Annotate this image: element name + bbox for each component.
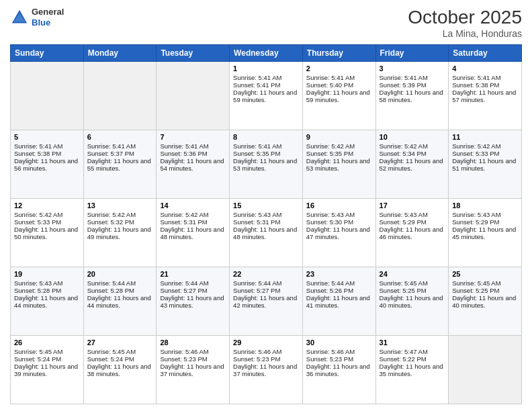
daylight-text: Daylight: 11 hours and 43 minutes. bbox=[160, 294, 226, 309]
calendar-cell: 28Sunrise: 5:46 AMSunset: 5:23 PMDayligh… bbox=[157, 336, 230, 404]
sunrise-text: Sunrise: 5:41 AM bbox=[233, 142, 299, 150]
day-number: 25 bbox=[452, 270, 518, 278]
sunrise-text: Sunrise: 5:42 AM bbox=[306, 142, 372, 150]
day-header-saturday: Saturday bbox=[449, 45, 522, 62]
sunset-text: Sunset: 5:24 PM bbox=[87, 355, 153, 363]
daylight-text: Daylight: 11 hours and 49 minutes. bbox=[87, 226, 153, 240]
day-number: 11 bbox=[452, 133, 518, 141]
day-number: 13 bbox=[87, 201, 153, 210]
calendar-cell: 24Sunrise: 5:45 AMSunset: 5:25 PMDayligh… bbox=[375, 267, 449, 336]
calendar-cell: 1Sunrise: 5:41 AMSunset: 5:41 PMDaylight… bbox=[230, 62, 303, 130]
calendar-cell bbox=[449, 336, 522, 404]
daylight-text: Daylight: 11 hours and 37 minutes. bbox=[233, 363, 299, 377]
daylight-text: Daylight: 11 hours and 35 minutes. bbox=[380, 363, 445, 377]
sunrise-text: Sunrise: 5:43 AM bbox=[380, 211, 445, 218]
sunrise-text: Sunrise: 5:42 AM bbox=[14, 211, 80, 218]
sunset-text: Sunset: 5:35 PM bbox=[233, 150, 299, 157]
calendar-cell: 3Sunrise: 5:41 AMSunset: 5:39 PMDaylight… bbox=[375, 62, 449, 130]
day-number: 2 bbox=[306, 64, 372, 73]
week-row-1: 1Sunrise: 5:41 AMSunset: 5:41 PMDaylight… bbox=[11, 62, 522, 130]
location-subtitle: La Mina, Honduras bbox=[408, 28, 522, 39]
calendar-cell: 4Sunrise: 5:41 AMSunset: 5:38 PMDaylight… bbox=[449, 62, 522, 130]
logo-icon bbox=[10, 8, 29, 27]
calendar-cell: 14Sunrise: 5:42 AMSunset: 5:31 PMDayligh… bbox=[157, 199, 230, 267]
day-number: 7 bbox=[160, 133, 226, 141]
calendar-cell: 2Sunrise: 5:41 AMSunset: 5:40 PMDaylight… bbox=[302, 62, 375, 130]
week-row-2: 5Sunrise: 5:41 AMSunset: 5:38 PMDaylight… bbox=[11, 130, 522, 199]
sunrise-text: Sunrise: 5:41 AM bbox=[380, 74, 445, 81]
day-header-tuesday: Tuesday bbox=[157, 45, 230, 62]
sunset-text: Sunset: 5:22 PM bbox=[380, 355, 445, 363]
day-number: 19 bbox=[14, 270, 80, 278]
header-row: SundayMondayTuesdayWednesdayThursdayFrid… bbox=[11, 45, 522, 62]
sunrise-text: Sunrise: 5:45 AM bbox=[380, 279, 445, 287]
calendar-cell bbox=[83, 62, 157, 130]
header: General Blue October 2025 La Mina, Hondu… bbox=[10, 7, 522, 39]
day-header-sunday: Sunday bbox=[11, 45, 84, 62]
sunrise-text: Sunrise: 5:46 AM bbox=[233, 348, 299, 355]
day-number: 31 bbox=[380, 338, 445, 347]
sunrise-text: Sunrise: 5:44 AM bbox=[87, 279, 153, 287]
calendar-cell: 8Sunrise: 5:41 AMSunset: 5:35 PMDaylight… bbox=[230, 130, 303, 199]
calendar-cell: 17Sunrise: 5:43 AMSunset: 5:29 PMDayligh… bbox=[375, 199, 449, 267]
day-number: 28 bbox=[160, 338, 226, 347]
day-number: 10 bbox=[380, 133, 445, 141]
daylight-text: Daylight: 11 hours and 54 minutes. bbox=[160, 157, 226, 172]
daylight-text: Daylight: 11 hours and 40 minutes. bbox=[380, 294, 445, 309]
sunrise-text: Sunrise: 5:45 AM bbox=[452, 279, 518, 287]
daylight-text: Daylight: 11 hours and 46 minutes. bbox=[380, 226, 445, 240]
day-number: 4 bbox=[452, 64, 518, 73]
daylight-text: Daylight: 11 hours and 53 minutes. bbox=[306, 157, 372, 172]
week-row-3: 12Sunrise: 5:42 AMSunset: 5:33 PMDayligh… bbox=[11, 199, 522, 267]
sunset-text: Sunset: 5:37 PM bbox=[87, 150, 153, 157]
day-number: 20 bbox=[87, 270, 153, 278]
sunrise-text: Sunrise: 5:44 AM bbox=[233, 279, 299, 287]
page: General Blue October 2025 La Mina, Hondu… bbox=[0, 0, 532, 411]
sunrise-text: Sunrise: 5:44 AM bbox=[160, 279, 226, 287]
sunrise-text: Sunrise: 5:45 AM bbox=[14, 348, 80, 355]
sunset-text: Sunset: 5:29 PM bbox=[452, 218, 518, 226]
day-header-monday: Monday bbox=[83, 45, 157, 62]
calendar-cell: 19Sunrise: 5:43 AMSunset: 5:28 PMDayligh… bbox=[11, 267, 84, 336]
day-number: 21 bbox=[160, 270, 226, 278]
sunrise-text: Sunrise: 5:47 AM bbox=[380, 348, 445, 355]
daylight-text: Daylight: 11 hours and 40 minutes. bbox=[452, 294, 518, 309]
sunrise-text: Sunrise: 5:42 AM bbox=[87, 211, 153, 218]
daylight-text: Daylight: 11 hours and 44 minutes. bbox=[14, 294, 80, 309]
daylight-text: Daylight: 11 hours and 50 minutes. bbox=[14, 226, 80, 240]
day-number: 22 bbox=[233, 270, 299, 278]
calendar-cell: 31Sunrise: 5:47 AMSunset: 5:22 PMDayligh… bbox=[375, 336, 449, 404]
day-number: 16 bbox=[306, 201, 372, 210]
sunset-text: Sunset: 5:33 PM bbox=[452, 150, 518, 157]
calendar-cell: 6Sunrise: 5:41 AMSunset: 5:37 PMDaylight… bbox=[83, 130, 157, 199]
sunset-text: Sunset: 5:28 PM bbox=[14, 287, 80, 294]
calendar-cell: 21Sunrise: 5:44 AMSunset: 5:27 PMDayligh… bbox=[157, 267, 230, 336]
week-row-4: 19Sunrise: 5:43 AMSunset: 5:28 PMDayligh… bbox=[11, 267, 522, 336]
day-number: 17 bbox=[380, 201, 445, 210]
daylight-text: Daylight: 11 hours and 52 minutes. bbox=[380, 157, 445, 172]
daylight-text: Daylight: 11 hours and 51 minutes. bbox=[452, 157, 518, 172]
sunset-text: Sunset: 5:27 PM bbox=[233, 287, 299, 294]
sunrise-text: Sunrise: 5:46 AM bbox=[160, 348, 226, 355]
day-number: 9 bbox=[306, 133, 372, 141]
logo-general: General bbox=[32, 7, 64, 17]
daylight-text: Daylight: 11 hours and 39 minutes. bbox=[14, 363, 80, 377]
calendar-cell: 7Sunrise: 5:41 AMSunset: 5:36 PMDaylight… bbox=[157, 130, 230, 199]
day-number: 26 bbox=[14, 338, 80, 347]
sunset-text: Sunset: 5:24 PM bbox=[14, 355, 80, 363]
daylight-text: Daylight: 11 hours and 37 minutes. bbox=[160, 363, 226, 377]
day-number: 1 bbox=[233, 64, 299, 73]
sunrise-text: Sunrise: 5:41 AM bbox=[87, 142, 153, 150]
sunrise-text: Sunrise: 5:41 AM bbox=[14, 142, 80, 150]
month-title: October 2025 bbox=[408, 7, 522, 28]
day-number: 23 bbox=[306, 270, 372, 278]
sunrise-text: Sunrise: 5:41 AM bbox=[160, 142, 226, 150]
day-number: 29 bbox=[233, 338, 299, 347]
calendar-cell: 20Sunrise: 5:44 AMSunset: 5:28 PMDayligh… bbox=[83, 267, 157, 336]
sunset-text: Sunset: 5:32 PM bbox=[87, 218, 153, 226]
daylight-text: Daylight: 11 hours and 57 minutes. bbox=[452, 89, 518, 103]
daylight-text: Daylight: 11 hours and 45 minutes. bbox=[452, 226, 518, 240]
week-row-5: 26Sunrise: 5:45 AMSunset: 5:24 PMDayligh… bbox=[11, 336, 522, 404]
sunset-text: Sunset: 5:29 PM bbox=[380, 218, 445, 226]
sunrise-text: Sunrise: 5:43 AM bbox=[233, 211, 299, 218]
